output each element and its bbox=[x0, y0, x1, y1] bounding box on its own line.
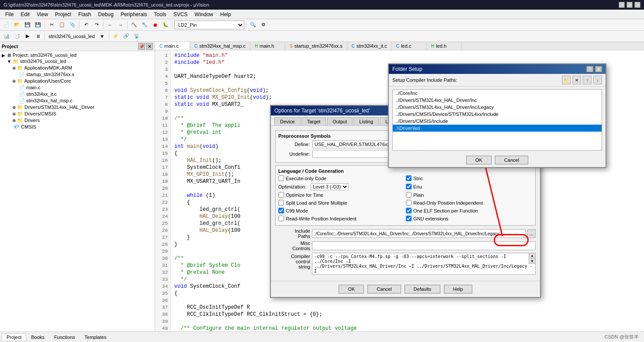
folder-ok-btn[interactable]: OK bbox=[466, 156, 492, 164]
tree-item-halc[interactable]: 📄 stm32l4xx_hal_msp.c bbox=[0, 98, 155, 104]
options-tab-target[interactable]: Target bbox=[301, 117, 326, 126]
rw-pos-check[interactable] bbox=[278, 216, 284, 221]
one-elf-check[interactable] bbox=[406, 208, 412, 213]
tab-ledh[interactable]: H led.h bbox=[427, 42, 462, 50]
menu-item-svcs[interactable]: SVCS bbox=[170, 10, 191, 18]
menu-item-file[interactable]: File bbox=[2, 10, 17, 18]
include-input[interactable] bbox=[312, 229, 526, 238]
tb2-btn4[interactable]: ⏸ bbox=[33, 31, 43, 41]
c99-check[interactable] bbox=[278, 208, 284, 213]
strict-check[interactable] bbox=[406, 175, 412, 181]
plain-check[interactable] bbox=[406, 192, 412, 198]
paste-btn[interactable]: 📎 bbox=[68, 20, 77, 30]
tree-item-usercore[interactable]: ⊕ 📁 Application/User/Core bbox=[0, 78, 155, 84]
opt-time-check[interactable] bbox=[278, 192, 284, 198]
sidebar-close-btn[interactable]: ✕ bbox=[146, 43, 153, 50]
tb2-btn2[interactable]: 📑 bbox=[12, 31, 22, 41]
tree-item-root[interactable]: ▼ 📁 stm32l476_ucosii_led bbox=[0, 58, 155, 65]
gnu-ext-check[interactable] bbox=[406, 216, 412, 221]
menu-item-tools[interactable]: Tools bbox=[151, 10, 170, 18]
tree-item-itc[interactable]: 📄 stm32l4xx_it.c bbox=[0, 91, 155, 98]
tab-mainh[interactable]: H main.h bbox=[250, 42, 285, 50]
split-check[interactable] bbox=[278, 200, 284, 206]
ro-pos-check[interactable] bbox=[406, 200, 412, 206]
menu-item-edit[interactable]: Edit bbox=[17, 10, 33, 18]
tree-item-project[interactable]: ▶ 🖥 Project: stm32l476_ucosii_led bbox=[0, 52, 155, 58]
tree-item-mainc[interactable]: 📄 main.c bbox=[0, 84, 155, 91]
save-btn[interactable]: 💾 bbox=[23, 20, 32, 30]
menu-item-peripherals[interactable]: Peripherals bbox=[117, 10, 151, 18]
options-ok-btn[interactable]: OK bbox=[339, 285, 364, 293]
tree-item-mdk[interactable]: ⊕ 📁 Application/MDK-ARM bbox=[0, 65, 155, 71]
options-cancel-btn[interactable]: Cancel bbox=[367, 285, 401, 293]
undo-btn[interactable]: ↶ bbox=[81, 20, 91, 30]
stop-btn[interactable]: ⏹ bbox=[150, 20, 160, 30]
options-defaults-btn[interactable]: Defaults bbox=[405, 285, 440, 293]
folder-item-0[interactable]: ../Core/Inc bbox=[393, 90, 602, 97]
tab-mainc[interactable]: C main.c bbox=[155, 42, 190, 50]
options-tab-listing[interactable]: Listing bbox=[353, 117, 379, 126]
tree-item-hal-driver[interactable]: ⊕ 📁 Drivers/STM32L4xx_HAL_Driver bbox=[0, 104, 155, 111]
save-all-btn[interactable]: 💾 bbox=[33, 20, 43, 30]
compiler-up-btn[interactable]: ▲ bbox=[529, 253, 536, 258]
opt-select[interactable]: Level 3 (-O3) bbox=[311, 183, 349, 190]
options-help-btn[interactable]: Help bbox=[444, 285, 472, 293]
open-btn[interactable]: 📂 bbox=[12, 20, 22, 30]
tb2-btn7[interactable]: 📡 bbox=[132, 31, 142, 41]
tab-halmsp[interactable]: C stm32l4xx_hal_msp.c bbox=[190, 42, 250, 50]
exec-only-check[interactable] bbox=[278, 175, 284, 181]
menu-item-view[interactable]: View bbox=[33, 10, 52, 18]
menu-item-project[interactable]: Project bbox=[52, 10, 75, 18]
maximize-btn[interactable]: □ bbox=[627, 2, 633, 8]
settings-btn[interactable]: ⚙ bbox=[259, 20, 268, 30]
folder-new-btn[interactable]: 📁 bbox=[562, 76, 571, 84]
tab-ledc[interactable]: C led.c bbox=[392, 42, 427, 50]
compiler-down-btn[interactable]: ▼ bbox=[529, 258, 536, 264]
status-tab-functions[interactable]: Functions bbox=[49, 333, 80, 341]
tree-item-startup[interactable]: 📄 startup_stm32l476xx.s bbox=[0, 71, 155, 78]
options-tab-output[interactable]: Output bbox=[327, 117, 353, 126]
menu-item-help[interactable]: Help bbox=[217, 10, 235, 18]
tree-item-drivers[interactable]: ⊕ 📁 Drivers bbox=[0, 117, 155, 124]
forward-btn[interactable]: → bbox=[116, 20, 125, 30]
build-btn[interactable]: 🔨 bbox=[129, 20, 139, 30]
folder-item-1[interactable]: ../Drivers/STM32L4xx_HAL_Driver/Inc bbox=[393, 97, 602, 104]
sidebar-pin-btn[interactable]: 📌 bbox=[138, 43, 145, 50]
folder-delete-btn[interactable]: ✕ bbox=[572, 76, 581, 84]
proj-btn[interactable]: 📊 bbox=[2, 31, 11, 41]
status-tab-books[interactable]: Books bbox=[26, 333, 49, 341]
folder-dialog-question-btn[interactable]: ? bbox=[586, 66, 593, 72]
tb2-arrow-btn[interactable]: ▼ bbox=[97, 31, 107, 41]
tree-item-cmsis-d[interactable]: ⊕ 📁 Drivers/CMSIS bbox=[0, 111, 155, 117]
redo-btn[interactable]: ↷ bbox=[92, 20, 101, 30]
status-tab-project[interactable]: Project bbox=[2, 333, 26, 341]
tab-itc[interactable]: C stm32l4xx_it.c bbox=[347, 42, 392, 50]
folder-item-2[interactable]: ../Drivers/STM32L4xx_HAL_Driver/Inc/Lega… bbox=[393, 104, 602, 111]
back-btn[interactable]: ← bbox=[105, 20, 115, 30]
folder-item-3[interactable]: ../Drivers/CMSIS/Device/ST/STM32L4xx/Inc… bbox=[393, 111, 602, 118]
tree-item-cmsis[interactable]: 💎 CMSIS bbox=[0, 124, 155, 130]
flash-btn[interactable]: ⚡ bbox=[111, 31, 121, 41]
menu-item-window[interactable]: Window bbox=[191, 10, 217, 18]
folder-down-btn[interactable]: ↓ bbox=[593, 76, 602, 84]
tb2-btn3[interactable]: ▶ bbox=[23, 31, 32, 41]
enum-check[interactable] bbox=[406, 184, 412, 189]
folder-up-btn[interactable]: ↑ bbox=[583, 76, 592, 84]
new-btn[interactable]: 📄 bbox=[2, 20, 11, 30]
close-btn[interactable]: ✕ bbox=[634, 2, 641, 8]
folder-cancel-btn[interactable]: Cancel bbox=[495, 156, 528, 164]
search-btn[interactable]: 🔍 bbox=[248, 20, 258, 30]
copy-btn[interactable]: 📋 bbox=[57, 20, 67, 30]
target-select[interactable]: LD2_Pin bbox=[174, 21, 244, 29]
folder-item-5[interactable]: .\\Driver\led bbox=[393, 125, 602, 132]
options-tab-device[interactable]: Device bbox=[274, 117, 301, 126]
status-tab-templates[interactable]: Templates bbox=[80, 333, 111, 341]
folder-item-4[interactable]: ../Drivers/CMSIS/Include bbox=[393, 118, 602, 125]
menu-item-debug[interactable]: Debug bbox=[95, 10, 117, 18]
misc-input[interactable] bbox=[312, 241, 536, 250]
rebuild-btn[interactable]: 🔧 bbox=[140, 20, 149, 30]
debug-btn[interactable]: 🐛 bbox=[161, 20, 170, 30]
include-browse-btn[interactable]: ... bbox=[527, 229, 536, 238]
minimize-btn[interactable]: ─ bbox=[619, 2, 625, 8]
folder-dialog-close-btn[interactable]: ✕ bbox=[595, 66, 602, 72]
